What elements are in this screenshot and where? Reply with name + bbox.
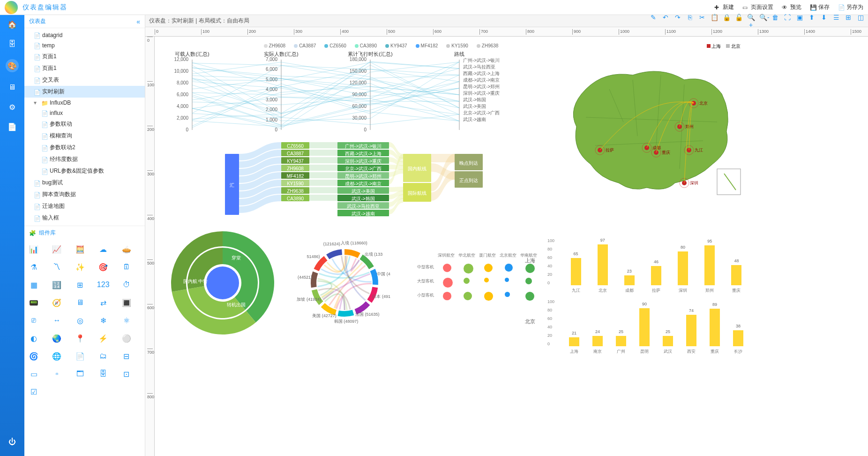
lock-icon[interactable]: 🔒 <box>723 14 730 29</box>
tree-item[interactable]: ▾📁InfluxDB <box>24 98 145 108</box>
canvas[interactable]: ZH9608CA3887CZ6560CA3890KY9437MF4182KY15… <box>155 37 868 456</box>
tree-item[interactable]: 📄bug测试 <box>24 177 145 189</box>
sankey-node[interactable]: ZH9608 <box>281 165 309 171</box>
component-icon[interactable]: ⊟ <box>121 350 132 362</box>
tree-item[interactable]: 📄参数联动2 <box>24 142 145 153</box>
component-icon[interactable]: 📟 <box>28 297 39 308</box>
bar[interactable]: 65 <box>571 258 581 286</box>
sankey-node[interactable]: 西藏->武汉->上海 <box>337 150 389 156</box>
send-back-icon[interactable]: ⬇ <box>820 14 828 29</box>
component-icon[interactable]: ⏱ <box>121 279 132 290</box>
component-icon[interactable]: ⊡ <box>121 368 132 380</box>
tree-item[interactable]: 📄页面1 <box>24 62 145 74</box>
nav-data-icon[interactable]: 🗄 <box>7 39 17 49</box>
nav-screen-icon[interactable]: 🖥 <box>7 83 17 92</box>
component-icon[interactable]: 🌏 <box>51 333 62 344</box>
component-icon[interactable]: 🧮 <box>75 243 86 255</box>
bar[interactable]: 21 <box>569 337 579 346</box>
component-icon[interactable]: 🔳 <box>121 297 132 308</box>
sankey-node[interactable]: CA3890 <box>281 195 309 201</box>
component-icon[interactable]: ◐ <box>28 333 39 344</box>
sankey-node[interactable]: 深圳->武汉->重庆 <box>337 157 389 164</box>
distribute-icon[interactable]: ⊞ <box>845 14 852 29</box>
component-icon[interactable]: 🖥 <box>75 297 86 308</box>
component-icon[interactable]: ⊞ <box>75 279 86 290</box>
sankey-node[interactable]: 武汉->越南 <box>337 210 389 216</box>
sankey-node[interactable]: MF4182 <box>281 172 309 179</box>
copy-icon[interactable]: ⎘ <box>686 14 694 29</box>
nav-dashboard-icon[interactable]: 🎨 <box>6 59 19 72</box>
bar[interactable]: 25 <box>616 336 626 347</box>
component-icon[interactable]: 📍 <box>75 333 86 344</box>
component-icon[interactable]: ⚗ <box>28 261 39 273</box>
component-icon[interactable]: ⎚ <box>28 315 39 326</box>
component-icon[interactable]: ⇄ <box>97 297 109 308</box>
redo-icon[interactable]: ↷ <box>674 14 681 29</box>
bar[interactable]: 89 <box>710 309 720 346</box>
tree-item[interactable]: 📄交叉表 <box>24 74 145 86</box>
delete-icon[interactable]: 🗑 <box>771 14 779 29</box>
component-icon[interactable]: 🧭 <box>51 297 62 308</box>
component-library-header[interactable]: 🧩 组件库 <box>24 226 145 240</box>
chord-chart[interactable]: 入境 (118660)出境 (133中国 (4日本 (491法国 (51635)… <box>286 224 403 342</box>
bring-forward-icon[interactable]: ⬆ <box>808 14 816 29</box>
sankey-node[interactable]: 武汉->马拉西亚 <box>337 202 389 209</box>
component-icon[interactable]: 📊 <box>28 243 39 255</box>
component-icon[interactable]: ❄ <box>97 315 109 326</box>
preview-button[interactable]: 👁预览 <box>782 3 801 11</box>
sankey-node[interactable]: 昆明->武汉->郑州 <box>337 172 389 179</box>
tree-item[interactable]: 📄页面1 <box>24 51 145 62</box>
component-icon[interactable]: 123 <box>97 279 109 290</box>
nav-home-icon[interactable]: 🏠 <box>7 20 17 29</box>
save-as-button[interactable]: 📄另存为 <box>838 3 863 11</box>
component-icon[interactable]: 🗓 <box>121 261 132 273</box>
bar[interactable]: 46 <box>651 266 661 285</box>
component-icon[interactable]: ✨ <box>75 261 86 273</box>
sankey-node[interactable]: CA3887 <box>281 150 309 156</box>
bar[interactable]: 25 <box>663 336 673 347</box>
align-icon[interactable]: ☰ <box>832 14 840 29</box>
bar[interactable]: 80 <box>678 251 688 285</box>
component-icon[interactable]: ▭ <box>28 368 39 380</box>
paste-icon[interactable]: 📋 <box>711 14 718 29</box>
sankey-node[interactable]: ZH9638 <box>281 187 309 194</box>
component-icon[interactable]: ▦ <box>28 279 39 290</box>
bar[interactable]: 97 <box>598 244 608 285</box>
tree-item[interactable]: 📄脚本查询数据 <box>24 189 145 200</box>
tree-item[interactable]: 📄经纬度数据 <box>24 153 145 165</box>
sankey-node[interactable]: CZ6560 <box>281 142 309 149</box>
tree-item[interactable]: 📄迁途地图 <box>24 200 145 212</box>
tree-item[interactable]: 📄influx <box>24 108 145 118</box>
bar[interactable]: 95 <box>704 245 715 286</box>
tree-item[interactable]: 📄URL参数&固定值参数 <box>24 165 145 177</box>
collapse-icon[interactable]: « <box>136 18 140 25</box>
save-button[interactable]: 💾保存 <box>810 3 830 11</box>
component-icon[interactable]: 📈 <box>51 243 62 255</box>
bar[interactable]: 38 <box>733 330 743 346</box>
component-icon[interactable]: 🥧 <box>121 243 132 255</box>
zoom-in-icon[interactable]: 🔍+ <box>747 14 755 29</box>
sankey-node[interactable]: 晚点到达 <box>455 154 483 170</box>
sankey-node[interactable]: KY9437 <box>281 157 309 164</box>
zoom-out-icon[interactable]: 🔍- <box>759 14 767 29</box>
component-icon[interactable]: ☑ <box>28 386 39 397</box>
cut-icon[interactable]: ✂ <box>698 14 706 29</box>
component-icon[interactable]: ⚡ <box>97 333 109 344</box>
component-icon[interactable]: ☁ <box>97 243 109 255</box>
component-icon[interactable]: 🗂 <box>97 350 109 362</box>
component-icon[interactable]: 🗔 <box>75 368 86 380</box>
sankey-node[interactable]: 广州->武汉->银川 <box>337 142 389 149</box>
component-icon[interactable]: ◎ <box>75 315 86 326</box>
component-icon[interactable]: 〽 <box>51 261 62 273</box>
undo-icon[interactable]: ↶ <box>662 14 669 29</box>
sankey-node[interactable]: KY1590 <box>281 180 309 186</box>
component-icon[interactable]: ▫ <box>51 368 62 380</box>
tree-item[interactable]: 📄temp <box>24 40 145 51</box>
component-icon[interactable]: ⚛ <box>121 315 132 326</box>
donut-chart[interactable]: 穿堂转机出国国内航 中转 <box>164 224 281 342</box>
sankey-node[interactable]: 北京->武汉->广西 <box>337 165 389 171</box>
nav-power-icon[interactable]: ⏻ <box>7 437 17 447</box>
tree-item[interactable]: 📄模糊查询 <box>24 130 145 142</box>
component-icon[interactable]: 🔢 <box>51 279 62 290</box>
component-icon[interactable]: 🌀 <box>28 350 39 362</box>
